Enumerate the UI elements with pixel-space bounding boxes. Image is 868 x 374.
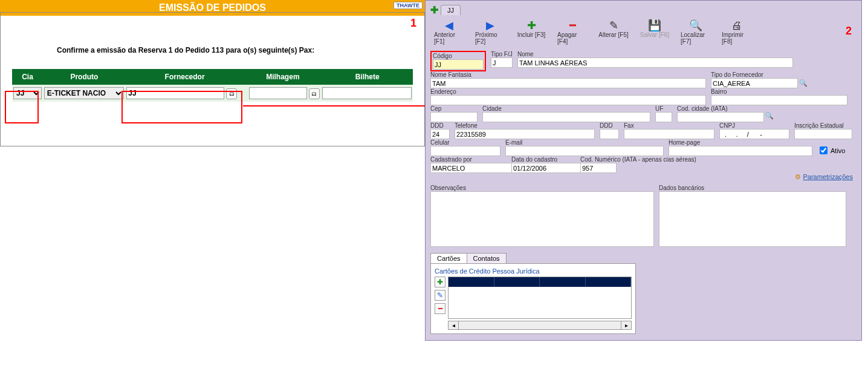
bilhete-input[interactable] xyxy=(322,87,412,99)
tool-incluir[interactable]: ✚Incluir [F3] xyxy=(516,19,546,45)
doc-tab-jj[interactable]: JJ xyxy=(441,5,461,15)
ativo-checkbox[interactable] xyxy=(820,146,828,154)
fornecedor-input[interactable] xyxy=(126,87,224,99)
scroll-track[interactable] xyxy=(459,321,621,330)
produto-select[interactable]: E-TICKET NACIO xyxy=(44,87,125,99)
tipo-fornecedor-input[interactable] xyxy=(711,78,798,88)
fax-input[interactable] xyxy=(624,129,714,139)
cnpj-input[interactable] xyxy=(719,129,789,139)
header-bilhete: Bilhete xyxy=(322,69,413,85)
nome-fantasia-input[interactable] xyxy=(430,78,706,88)
header-milhagem: Milhagem xyxy=(244,69,322,85)
label-endereco: Endereço xyxy=(430,88,706,95)
plus-icon: ✚ xyxy=(527,19,536,31)
cc-grid-scrollbar[interactable]: ◂ ▸ xyxy=(448,321,632,330)
cc-grid[interactable] xyxy=(448,277,632,319)
uf-input[interactable] xyxy=(655,112,672,122)
header-produto: Produto xyxy=(43,69,126,85)
endereco-input[interactable] xyxy=(430,95,706,105)
tool-imprimir[interactable]: 🖨Imprimir [F8] xyxy=(722,19,752,45)
cc-grid-header xyxy=(449,277,631,287)
label-data-cadastro: Data do cadastro xyxy=(511,156,575,163)
scroll-right-button[interactable]: ▸ xyxy=(621,321,632,330)
fornecedor-lookup-button[interactable]: 🗂 xyxy=(226,88,237,99)
tab-cartoes[interactable]: Cartões xyxy=(430,253,467,263)
label-ativo: Ativo xyxy=(831,147,845,154)
tool-proximo[interactable]: ▶Próximo [F2] xyxy=(475,19,505,45)
grid-header: Cia Produto Fornecedor Milhagem Bilhete xyxy=(12,69,413,85)
save-icon: 💾 xyxy=(648,19,661,31)
cc-delete-button[interactable]: ━ xyxy=(435,303,445,314)
doc-tabs: ✚ JJ xyxy=(430,4,857,16)
codigo-input[interactable] xyxy=(433,59,484,70)
label-cadastrado-por: Cadastrado por xyxy=(430,156,507,163)
tool-localizar[interactable]: 🔍Localizar [F7] xyxy=(681,19,711,45)
tool-salvar: 💾Salvar [F6] xyxy=(640,19,670,45)
label-uf: UF xyxy=(655,105,672,112)
tool-anterior[interactable]: ◀Anterior [F1] xyxy=(434,19,464,45)
ddd-input[interactable] xyxy=(430,129,450,139)
label-tipofj: Tipo F/J xyxy=(491,51,513,57)
label-cep: Cep xyxy=(430,105,478,112)
order-grid: Cia Produto Fornecedor Milhagem Bilhete … xyxy=(12,69,413,102)
thawte-badge: THAWTE xyxy=(394,2,423,9)
label-ie: Inscrição Estadual xyxy=(794,122,852,129)
parametrizacoes-link[interactable]: Parametrizações xyxy=(803,173,853,180)
label-cod-cidade: Cod. cidade (IATA) xyxy=(677,105,745,112)
label-homepage: Home-page xyxy=(669,139,812,146)
panel-1: EMISSÃO DE PEDIDOS THAWTE 1 Confirme a e… xyxy=(0,0,425,341)
label-nome-fantasia: Nome Fantasia xyxy=(430,71,706,78)
tipo-fornecedor-lookup-icon[interactable]: 🔍 xyxy=(798,79,808,87)
bairro-input[interactable] xyxy=(711,95,847,105)
cia-select[interactable]: JJ xyxy=(13,87,42,99)
label-codigo: Código xyxy=(433,53,484,59)
fieldset-cc-pj-title: Cartões de Crédito Pessoa Jurídica xyxy=(435,267,632,275)
scroll-left-button[interactable]: ◂ xyxy=(448,321,459,330)
milhagem-input[interactable] xyxy=(249,87,307,99)
ie-input[interactable] xyxy=(794,129,852,139)
search-icon: 🔍 xyxy=(689,19,702,31)
email-input[interactable] xyxy=(505,146,664,156)
header-cia: Cia xyxy=(12,69,43,85)
nome-input[interactable] xyxy=(517,57,793,68)
label-email: E-mail xyxy=(505,139,664,146)
ddd2-input[interactable] xyxy=(600,129,619,139)
marker-2: 2 xyxy=(846,25,852,38)
cadastrado-por-input[interactable] xyxy=(430,163,517,173)
label-ddd2: DDD xyxy=(600,122,619,129)
cidade-input[interactable] xyxy=(482,112,650,122)
label-nome: Nome xyxy=(517,51,793,57)
print-icon: 🖨 xyxy=(731,19,742,31)
arrow-right-icon: ▶ xyxy=(486,19,494,31)
tipofj-input[interactable] xyxy=(491,57,513,68)
label-cidade: Cidade xyxy=(482,105,650,112)
toolbar: ◀Anterior [F1] ▶Próximo [F2] ✚Incluir [F… xyxy=(430,18,857,51)
label-cnpj: CNPJ xyxy=(719,122,789,129)
homepage-input[interactable] xyxy=(669,146,812,156)
panel-1-title: EMISSÃO DE PEDIDOS xyxy=(159,2,266,13)
label-fax: Fax xyxy=(624,122,714,129)
dados-bancarios-textarea[interactable] xyxy=(659,191,846,247)
tool-apagar[interactable]: ━Apagar [F4] xyxy=(557,19,588,45)
label-telefone: Telefone xyxy=(455,122,595,129)
cod-cidade-lookup-icon[interactable]: 🔍 xyxy=(764,112,774,122)
grid-row: JJ E-TICKET NACIO 🗂 🗂 xyxy=(12,85,413,102)
label-dados-bancarios: Dados bancários xyxy=(659,185,846,191)
milhagem-lookup-button[interactable]: 🗂 xyxy=(309,88,320,99)
highlight-codigo: Código xyxy=(430,51,486,71)
cod-numerico-input[interactable] xyxy=(580,163,617,173)
label-bairro: Bairro xyxy=(711,88,847,95)
bottom-tabs: Cartões Contatos Cartões de Crédito Pess… xyxy=(430,253,857,334)
telefone-input[interactable] xyxy=(455,129,595,139)
celular-input[interactable] xyxy=(430,146,500,156)
cep-input[interactable] xyxy=(430,112,478,122)
edit-icon: ✎ xyxy=(609,19,618,31)
tab-contatos[interactable]: Contatos xyxy=(467,253,507,263)
new-doc-tab-button[interactable]: ✚ xyxy=(430,4,438,16)
cc-edit-button[interactable]: ✎ xyxy=(435,290,445,301)
minus-icon: ━ xyxy=(569,19,576,31)
tool-alterar[interactable]: ✎Alterar [F5] xyxy=(598,19,629,45)
cod-cidade-input[interactable] xyxy=(677,112,764,122)
cc-add-button[interactable]: ✚ xyxy=(435,277,445,287)
observacoes-textarea[interactable] xyxy=(430,191,654,247)
